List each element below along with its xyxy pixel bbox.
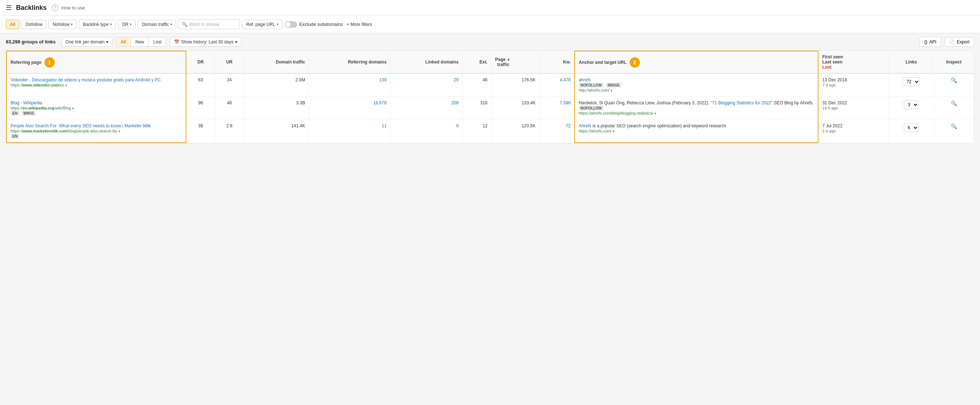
anchor-text-link-1[interactable]: ahrefs bbox=[579, 77, 590, 83]
linked-domains-link-1[interactable]: 29 bbox=[454, 77, 459, 83]
ur-cell-3: 2.8 bbox=[215, 120, 244, 143]
history-chevron-icon: ▾ bbox=[235, 40, 237, 45]
th-domain-traffic[interactable]: Domain traffic bbox=[244, 51, 309, 73]
inspect-cell-3: 🔍 bbox=[934, 120, 974, 143]
last-seen-date-1: 7 d ago bbox=[822, 83, 835, 87]
referring-domains-cell-3: 11 bbox=[309, 120, 390, 143]
linked-domains-link-3[interactable]: 9 bbox=[456, 123, 459, 128]
filter-all-btn[interactable]: All bbox=[6, 20, 19, 29]
exclude-subdomains-toggle[interactable] bbox=[285, 21, 297, 28]
anchor-cell-3: Ahrefs is a popular SEO (search engine o… bbox=[574, 120, 818, 143]
group-select[interactable]: One link per domain ▾ bbox=[62, 37, 112, 47]
first-seen-cell-1: 13 Dec 2018 7 d ago bbox=[818, 73, 888, 97]
th-ur[interactable]: UR bbox=[215, 51, 244, 73]
page-title-link-2[interactable]: Blog - Wikipedia bbox=[11, 100, 42, 105]
filter-domain-traffic-btn[interactable]: Domain traffic ▾ bbox=[138, 20, 176, 29]
nofollow-chevron-icon: ▾ bbox=[71, 22, 73, 26]
linked-domains-cell-1: 29 bbox=[390, 73, 463, 97]
tab-all[interactable]: All bbox=[116, 38, 131, 46]
anchor-quote-2[interactable]: "71 Blogging Statistics for 2022" bbox=[711, 100, 773, 105]
kw-cell-2: 7,596 bbox=[539, 97, 574, 120]
th-links: Links bbox=[889, 51, 934, 73]
page-url-2[interactable]: https://en.wikipedia.org/wiki/Blog ▾ bbox=[11, 106, 74, 110]
anchor-ahrefs-link-3[interactable]: Ahrefs bbox=[579, 123, 591, 128]
linked-domains-cell-2: 208 bbox=[390, 97, 463, 120]
en-badge-3: EN bbox=[11, 134, 19, 139]
target-url-link-3[interactable]: https://ahrefs.com/ ▾ bbox=[579, 129, 615, 133]
en-badge-2: EN bbox=[11, 111, 19, 116]
referring-domains-link-3[interactable]: 11 bbox=[382, 123, 387, 128]
target-url-chevron-icon-3: ▾ bbox=[613, 129, 615, 133]
kw-link-1[interactable]: 4,478 bbox=[560, 77, 571, 83]
linked-domains-link-2[interactable]: 208 bbox=[451, 100, 459, 105]
page-url-chevron-icon-1: ▾ bbox=[65, 84, 67, 87]
links-select-1[interactable]: 72 bbox=[902, 77, 920, 86]
page-title-link-1[interactable]: Videoder - Descargador de videos y músic… bbox=[11, 77, 161, 83]
last-seen-date-3: 2 d ago bbox=[822, 129, 835, 133]
target-url-link-1[interactable]: http://ahrefs.com/ ▾ bbox=[579, 88, 612, 92]
th-first-seen: First seen Last seen Lost bbox=[818, 51, 888, 73]
filter-nofollow-btn[interactable]: Nofollow ▾ bbox=[48, 20, 76, 29]
group-select-chevron-icon: ▾ bbox=[106, 40, 108, 45]
filter-backlink-type-btn[interactable]: Backlink type ▾ bbox=[79, 20, 116, 29]
linked-domains-cell-3: 9 bbox=[390, 120, 463, 143]
inspect-icon-3[interactable]: 🔍 bbox=[951, 123, 957, 129]
filter-ref-page-url-btn[interactable]: Ref. page URL ▾ bbox=[242, 20, 282, 29]
th-ext[interactable]: Ext. bbox=[462, 51, 491, 73]
filter-dofollow-btn[interactable]: Dofollow bbox=[22, 20, 46, 29]
api-btn[interactable]: {} API bbox=[920, 37, 941, 47]
kw-link-3[interactable]: 72 bbox=[566, 123, 571, 128]
export-btn[interactable]: 📄 Export bbox=[945, 37, 974, 47]
page-url-chevron-icon-2: ▾ bbox=[72, 107, 74, 110]
inspect-icon-1[interactable]: 🔍 bbox=[951, 77, 957, 83]
th-kw[interactable]: Kw. bbox=[539, 51, 574, 73]
links-select-2[interactable]: 3 bbox=[904, 100, 919, 109]
tab-new[interactable]: New bbox=[131, 38, 149, 46]
search-input[interactable] bbox=[189, 22, 237, 27]
lost-label: Lost bbox=[822, 65, 831, 70]
badge-2: 2 bbox=[630, 57, 640, 67]
domain-traffic-cell-2: 3.3B bbox=[244, 97, 309, 120]
groups-label: 83,298 groups of links bbox=[6, 39, 56, 45]
target-url-chevron-icon-1: ▾ bbox=[611, 89, 612, 92]
page-url-3[interactable]: https://www.marketermilk.com/blog/people… bbox=[11, 129, 120, 133]
th-linked-domains[interactable]: Linked domains bbox=[390, 51, 463, 73]
referring-domains-cell-1: 139 bbox=[309, 73, 390, 97]
domain-traffic-cell-3: 141.4K bbox=[244, 120, 309, 143]
referring-domains-link-2[interactable]: 18,678 bbox=[373, 100, 387, 105]
referring-domains-cell-2: 18,678 bbox=[309, 97, 390, 120]
page-traffic-cell-1: 176.5K bbox=[492, 73, 539, 97]
how-to-use-link[interactable]: How to use bbox=[61, 5, 85, 11]
referring-domains-link-1[interactable]: 139 bbox=[379, 77, 387, 83]
first-seen-cell-3: 7 Jul 2022 2 d ago bbox=[818, 120, 888, 143]
target-url-link-2[interactable]: https://ahrefs.com/blog/blogging-statist… bbox=[579, 111, 656, 115]
page-url-1[interactable]: https://www.videoder.com/es ▾ bbox=[11, 83, 67, 87]
th-page-traffic[interactable]: Page ▾traffic bbox=[492, 51, 539, 73]
table-row: Blog - Wikipedia https://en.wikipedia.or… bbox=[6, 97, 974, 120]
links-select-3[interactable]: 6 bbox=[904, 123, 919, 132]
kw-link-2[interactable]: 7,596 bbox=[560, 100, 571, 105]
hamburger-icon[interactable]: ☰ bbox=[6, 4, 12, 12]
history-btn[interactable]: 📅 Show history: Last 30 days ▾ bbox=[170, 37, 241, 47]
filter-dr-btn[interactable]: DR ▾ bbox=[118, 20, 135, 29]
inspect-icon-2[interactable]: 🔍 bbox=[951, 100, 957, 106]
ext-cell-2: 316 bbox=[462, 97, 491, 120]
table-controls: 83,298 groups of links One link per doma… bbox=[0, 33, 980, 50]
wikis-badge-2: WIKIS bbox=[22, 111, 36, 116]
search-wrap: 🔍 bbox=[178, 19, 240, 29]
domain-traffic-chevron-icon: ▾ bbox=[170, 22, 172, 26]
api-icon: {} bbox=[924, 39, 928, 45]
main-table: Referring page 1 DR UR Domain traffic Re… bbox=[6, 50, 974, 144]
image-badge-1: IMAGE bbox=[606, 83, 622, 88]
help-icon[interactable]: ? bbox=[52, 5, 58, 11]
th-referring-domains[interactable]: Referring domains bbox=[309, 51, 390, 73]
th-dr[interactable]: DR bbox=[186, 51, 215, 73]
ur-cell-1: 24 bbox=[215, 73, 244, 97]
page-traffic-cell-2: 133.4K bbox=[492, 97, 539, 120]
tab-lost[interactable]: Lost bbox=[149, 38, 166, 46]
top-bar: ☰ Backlinks ? How to use bbox=[0, 0, 980, 16]
inspect-cell-1: 🔍 bbox=[934, 73, 974, 97]
more-filters-btn[interactable]: + More filters bbox=[347, 22, 372, 27]
ext-cell-1: 46 bbox=[462, 73, 491, 97]
page-title-link-3[interactable]: People Also Search For: What every SEO n… bbox=[11, 123, 151, 128]
